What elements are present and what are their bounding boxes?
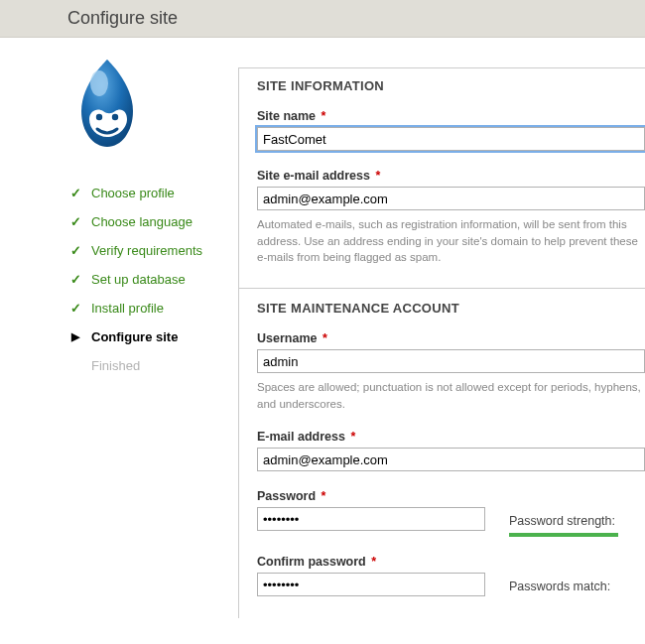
- site-name-row: Site name *: [257, 109, 645, 151]
- sidebar: ✓ Choose profile ✓ Choose language ✓ Ver…: [0, 58, 238, 618]
- confirm-password-label: Confirm password *: [257, 555, 645, 569]
- page-title: Configure site: [67, 8, 645, 29]
- step-set-up-database: ✓ Set up database: [67, 265, 238, 294]
- site-name-input[interactable]: [257, 127, 645, 151]
- required-marker: *: [322, 489, 326, 503]
- step-label: Install profile: [91, 301, 164, 316]
- step-choose-profile: ✓ Choose profile: [67, 179, 238, 207]
- passwords-match-label: Passwords match:: [509, 580, 610, 596]
- confirm-password-row: Confirm password * Passwords match:: [257, 555, 645, 596]
- required-marker: *: [322, 109, 326, 123]
- required-marker: *: [322, 331, 327, 345]
- step-verify-requirements: ✓ Verify requirements: [67, 236, 238, 265]
- header-bar: Configure site: [0, 0, 645, 38]
- step-label: Finished: [91, 358, 140, 373]
- confirm-password-input[interactable]: [257, 573, 485, 596]
- step-label: Choose language: [91, 214, 193, 229]
- site-email-help: Automated e-mails, such as registration …: [257, 216, 645, 266]
- check-icon: ✓: [67, 186, 83, 200]
- account-email-input[interactable]: [257, 448, 645, 471]
- password-strength-label: Password strength:: [509, 514, 615, 531]
- svg-point-0: [90, 70, 108, 96]
- triangle-right-icon: ▶: [67, 330, 83, 343]
- check-icon: ✓: [67, 214, 83, 229]
- username-label: Username *: [257, 331, 645, 345]
- check-icon: ✓: [67, 272, 83, 287]
- password-input[interactable]: [257, 507, 485, 531]
- drupal-drop-icon: [67, 58, 147, 149]
- step-finished: Finished: [67, 351, 238, 380]
- step-choose-language: ✓ Choose language: [67, 207, 238, 236]
- section-divider: [239, 288, 645, 289]
- step-label: Set up database: [91, 272, 186, 287]
- password-row: Password * Password strength:: [257, 489, 645, 537]
- site-maintenance-section: SITE MAINTENANCE ACCOUNT Username * Spac…: [257, 301, 645, 596]
- password-strength-bar: [509, 533, 618, 537]
- content: ✓ Choose profile ✓ Choose language ✓ Ver…: [0, 38, 645, 618]
- step-label: Verify requirements: [91, 243, 202, 258]
- username-input[interactable]: [257, 349, 645, 373]
- drupal-logo: [67, 58, 238, 149]
- account-email-row: E-mail address *: [257, 430, 645, 471]
- section-heading: SITE INFORMATION: [257, 78, 645, 93]
- username-help: Spaces are allowed; punctuation is not a…: [257, 379, 645, 412]
- svg-point-1: [96, 114, 102, 120]
- password-label: Password *: [257, 489, 645, 503]
- check-icon: ✓: [67, 243, 83, 258]
- main-form-area: SITE INFORMATION Site name * Site e-mail…: [238, 67, 645, 618]
- required-marker: *: [350, 430, 355, 444]
- site-information-section: SITE INFORMATION Site name * Site e-mail…: [257, 78, 645, 266]
- step-label: Choose profile: [91, 186, 175, 200]
- site-email-label: Site e-mail address *: [257, 169, 645, 183]
- step-install-profile: ✓ Install profile: [67, 294, 238, 322]
- site-email-row: Site e-mail address * Automated e-mails,…: [257, 169, 645, 266]
- site-email-input[interactable]: [257, 187, 645, 210]
- required-marker: *: [371, 555, 376, 569]
- username-row: Username * Spaces are allowed; punctuati…: [257, 331, 645, 412]
- section-heading: SITE MAINTENANCE ACCOUNT: [257, 301, 645, 316]
- account-email-label: E-mail address *: [257, 430, 645, 444]
- install-steps: ✓ Choose profile ✓ Choose language ✓ Ver…: [67, 179, 238, 380]
- step-label: Configure site: [91, 329, 178, 344]
- required-marker: *: [375, 169, 380, 183]
- step-configure-site: ▶ Configure site: [67, 322, 238, 351]
- check-icon: ✓: [67, 301, 83, 316]
- site-name-label: Site name *: [257, 109, 645, 123]
- svg-point-2: [112, 114, 118, 120]
